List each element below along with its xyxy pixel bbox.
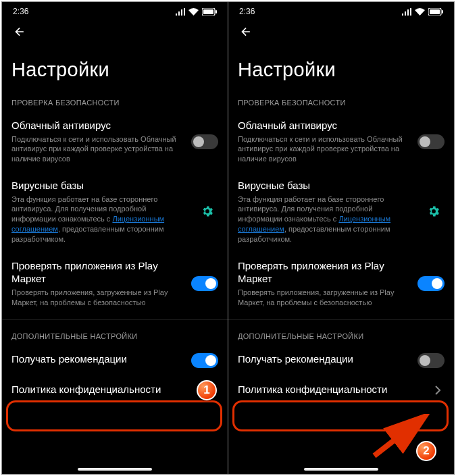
toggle-recommendations[interactable] bbox=[417, 353, 445, 368]
setting-desc: Эта функция работает на базе стороннего … bbox=[238, 194, 416, 244]
setting-title: Политика конфиденциальности bbox=[11, 383, 198, 396]
annotation-badge-2: 2 bbox=[416, 441, 436, 461]
status-icons bbox=[402, 8, 443, 16]
section-addl-label: ДОПОЛНИТЕЛЬНЫЕ НАСТРОЙКИ bbox=[2, 324, 228, 346]
svg-line-14 bbox=[374, 418, 423, 456]
setting-cloud-antivirus[interactable]: Облачный антивирус Подключаться к сети и… bbox=[2, 112, 228, 172]
divider bbox=[228, 319, 454, 320]
gear-icon[interactable] bbox=[197, 201, 218, 222]
toggle-cloud-antivirus[interactable] bbox=[417, 134, 445, 149]
phone-right: 2:36 Настройки ПРОВЕРКА БЕЗОПАСНОСТИ Обл… bbox=[228, 2, 454, 474]
screenshot-pair: 2:36 Настройки ПРОВЕРКА БЕЗОПАСНОСТИ Обл… bbox=[1, 1, 455, 475]
annotation-arrow-icon bbox=[370, 414, 438, 461]
svg-rect-13 bbox=[442, 10, 443, 14]
setting-title: Вирусные базы bbox=[238, 179, 416, 192]
setting-privacy[interactable]: Политика конфиденциальности bbox=[228, 376, 454, 406]
setting-cloud-antivirus[interactable]: Облачный антивирус Подключаться к сети и… bbox=[228, 112, 454, 172]
toggle-play-check[interactable] bbox=[417, 276, 445, 291]
setting-title: Получать рекомендации bbox=[11, 352, 184, 366]
home-indicator[interactable] bbox=[228, 468, 454, 471]
battery-icon bbox=[202, 8, 217, 16]
svg-rect-2 bbox=[181, 9, 182, 16]
svg-rect-10 bbox=[410, 8, 411, 16]
svg-rect-0 bbox=[176, 14, 177, 16]
setting-virus-db[interactable]: Вирусные базы Эта функция работает на ба… bbox=[2, 172, 228, 253]
setting-title: Проверять приложения из Play Маркет bbox=[11, 259, 184, 286]
header bbox=[228, 21, 454, 48]
setting-title: Облачный антивирус bbox=[11, 119, 184, 132]
svg-rect-8 bbox=[405, 11, 406, 16]
back-button[interactable] bbox=[11, 24, 28, 40]
status-bar: 2:36 bbox=[2, 2, 228, 21]
setting-privacy[interactable]: Политика конфиденциальности bbox=[2, 376, 228, 406]
setting-title: Проверять приложения из Play Маркет bbox=[238, 259, 411, 286]
svg-rect-6 bbox=[216, 10, 217, 14]
svg-rect-1 bbox=[178, 11, 180, 16]
setting-desc: Подключаться к сети и использовать Облач… bbox=[238, 134, 411, 165]
toggle-cloud-antivirus[interactable] bbox=[191, 134, 218, 149]
setting-desc: Проверять приложения, загруженные из Pla… bbox=[11, 288, 184, 308]
setting-desc: Проверять приложения, загруженные из Pla… bbox=[238, 288, 411, 308]
svg-rect-7 bbox=[402, 14, 403, 16]
setting-desc: Подключаться к сети и использовать Облач… bbox=[11, 134, 184, 165]
setting-title: Облачный антивирус bbox=[238, 119, 411, 132]
section-addl-label: ДОПОЛНИТЕЛЬНЫЕ НАСТРОЙКИ bbox=[228, 324, 454, 346]
setting-virus-db[interactable]: Вирусные базы Эта функция работает на ба… bbox=[228, 172, 454, 253]
toggle-recommendations[interactable] bbox=[191, 353, 218, 368]
phone-left: 2:36 Настройки ПРОВЕРКА БЕЗОПАСНОСТИ Обл… bbox=[2, 2, 228, 474]
status-bar: 2:36 bbox=[228, 2, 454, 21]
status-time: 2:36 bbox=[13, 7, 28, 16]
battery-icon bbox=[428, 8, 443, 16]
wifi-icon bbox=[188, 8, 199, 16]
svg-rect-9 bbox=[407, 9, 409, 16]
chevron-right-icon bbox=[431, 384, 445, 397]
svg-rect-12 bbox=[430, 9, 440, 14]
setting-play-check[interactable]: Проверять приложения из Play Маркет Пров… bbox=[228, 253, 454, 316]
gear-icon[interactable] bbox=[423, 201, 445, 222]
toggle-play-check[interactable] bbox=[191, 276, 218, 291]
setting-play-check[interactable]: Проверять приложения из Play Маркет Пров… bbox=[2, 253, 228, 316]
setting-title: Получать рекомендации bbox=[238, 352, 411, 366]
page-title: Настройки bbox=[228, 48, 454, 90]
setting-recommendations[interactable]: Получать рекомендации bbox=[2, 346, 228, 376]
svg-rect-3 bbox=[184, 8, 185, 16]
chevron-right-icon bbox=[205, 384, 218, 397]
back-button[interactable] bbox=[238, 24, 254, 40]
signal-icon bbox=[402, 8, 411, 16]
wifi-icon bbox=[415, 8, 425, 16]
setting-title: Вирусные базы bbox=[11, 179, 190, 192]
section-security-label: ПРОВЕРКА БЕЗОПАСНОСТИ bbox=[2, 90, 228, 112]
status-time: 2:36 bbox=[239, 7, 255, 16]
svg-rect-5 bbox=[203, 9, 213, 14]
setting-recommendations[interactable]: Получать рекомендации bbox=[228, 346, 454, 376]
section-security-label: ПРОВЕРКА БЕЗОПАСНОСТИ bbox=[228, 90, 454, 112]
divider bbox=[2, 319, 228, 320]
header bbox=[2, 21, 228, 48]
setting-title: Политика конфиденциальности bbox=[238, 383, 424, 396]
home-indicator[interactable] bbox=[2, 468, 228, 471]
setting-desc: Эта функция работает на базе стороннего … bbox=[11, 194, 190, 244]
status-icons bbox=[176, 8, 217, 16]
page-title: Настройки bbox=[2, 48, 228, 90]
signal-icon bbox=[176, 8, 185, 16]
